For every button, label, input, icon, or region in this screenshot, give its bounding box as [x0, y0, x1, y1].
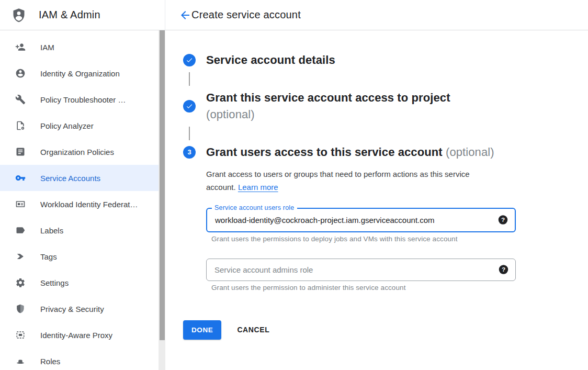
- sidebar-item-label: Roles: [40, 357, 60, 366]
- iam-shield-logo-icon: [11, 7, 27, 23]
- step-1-complete-icon: [183, 54, 196, 66]
- done-button[interactable]: DONE: [183, 320, 221, 340]
- sidebar-item-labels[interactable]: Labels: [0, 217, 165, 243]
- step-1-title: Service account details: [206, 52, 335, 69]
- sidebar-item-label: Identity-Aware Proxy: [40, 331, 112, 340]
- sidebar-item-label: Workload Identity Federat…: [40, 200, 138, 209]
- id-card-icon: [15, 199, 26, 209]
- sidebar-item-policy-analyzer[interactable]: Policy Analyzer: [0, 113, 165, 139]
- form-actions: DONE CANCEL: [183, 320, 588, 340]
- page-header: Create service account: [165, 0, 588, 30]
- step-connector: [189, 72, 190, 86]
- step-3-body: Grant access to users or groups that nee…: [206, 167, 588, 291]
- step-2-title-text: Grant this service account access to pro…: [206, 91, 450, 104]
- svg-text:?: ?: [502, 266, 505, 273]
- app-window: IAM & Admin IAM Identity & Organization: [0, 0, 588, 370]
- users-role-field[interactable]: Service account users role ?: [206, 208, 516, 232]
- wrench-icon: [15, 94, 26, 105]
- sidebar-item-label: Settings: [40, 278, 69, 287]
- sidebar-item-label: Policy Analyzer: [40, 121, 94, 130]
- step-2-title: Grant this service account access to pro…: [206, 89, 450, 123]
- sidebar-item-identity-organization[interactable]: Identity & Organization: [0, 60, 165, 86]
- sidebar-item-tags[interactable]: Tags: [0, 243, 165, 270]
- org-policies-icon: [15, 147, 26, 157]
- label-icon: [15, 225, 26, 236]
- app-title: IAM & Admin: [39, 9, 100, 21]
- sidebar-item-iam[interactable]: IAM: [0, 34, 165, 60]
- proxy-icon: [15, 330, 26, 340]
- step-3-row: 3 Grant users access to this service acc…: [183, 144, 588, 161]
- main-panel: Create service account Service account d…: [165, 0, 588, 370]
- help-icon[interactable]: ?: [498, 264, 509, 275]
- sidebar-scrollbar-thumb[interactable]: [160, 30, 165, 340]
- sidebar-item-label: Identity & Organization: [40, 69, 120, 78]
- sidebar-scrollbar-track[interactable]: [159, 30, 165, 370]
- account-circle-icon: [15, 68, 26, 79]
- users-role-helper-text: Grant users the permissions to deploy jo…: [211, 235, 516, 243]
- admins-role-helper-text: Grant users the permission to administer…: [211, 284, 516, 291]
- sidebar-header: IAM & Admin: [0, 0, 165, 30]
- step-1-row: Service account details: [183, 52, 588, 69]
- sidebar-item-label: Organization Policies: [40, 148, 114, 156]
- back-button[interactable]: [179, 9, 191, 21]
- learn-more-link[interactable]: Learn more: [238, 183, 278, 192]
- page-title: Create service account: [191, 9, 301, 21]
- sidebar-item-organization-policies[interactable]: Organization Policies: [0, 139, 165, 165]
- person-add-icon: [15, 42, 26, 52]
- service-account-key-icon: [15, 173, 26, 183]
- step-3-title: Grant users access to this service accou…: [206, 144, 494, 161]
- svg-text:?: ?: [501, 216, 505, 223]
- users-role-field-label: Service account users role: [212, 204, 297, 211]
- hat-icon: [15, 356, 26, 366]
- help-icon[interactable]: ?: [497, 215, 508, 226]
- step-3-number-badge: 3: [183, 146, 196, 159]
- sidebar-item-privacy-security[interactable]: Privacy & Security: [0, 296, 165, 322]
- sidebar-item-label: Labels: [40, 226, 63, 235]
- step-3-description: Grant access to users or groups that nee…: [206, 167, 486, 194]
- step-3-title-text: Grant users access to this service accou…: [206, 145, 443, 159]
- sidebar-item-policy-troubleshooter[interactable]: Policy Troubleshooter …: [0, 86, 165, 113]
- sidebar-item-label: Policy Troubleshooter …: [40, 95, 126, 104]
- admins-role-input[interactable]: [214, 265, 492, 274]
- step-connector: [189, 127, 190, 140]
- create-service-account-form: Service account details Grant this servi…: [165, 30, 588, 340]
- step-2-complete-icon: [183, 100, 196, 113]
- sidebar-item-workload-identity-federation[interactable]: Workload Identity Federat…: [0, 191, 165, 217]
- step-2-row: Grant this service account access to pro…: [183, 89, 588, 123]
- sidebar-item-roles[interactable]: Roles: [0, 348, 165, 370]
- policy-analyzer-icon: [15, 120, 26, 131]
- sidebar-item-label: Service Accounts: [40, 174, 100, 183]
- cancel-button[interactable]: CANCEL: [237, 326, 269, 334]
- sidebar-item-identity-aware-proxy[interactable]: Identity-Aware Proxy: [0, 322, 165, 348]
- gear-icon: [15, 277, 26, 288]
- tag-icon: [15, 251, 26, 262]
- step-3-optional-label: (optional): [446, 145, 494, 159]
- sidebar: IAM & Admin IAM Identity & Organization: [0, 0, 165, 370]
- sidebar-item-service-accounts[interactable]: Service Accounts: [0, 165, 165, 191]
- roles-form: Service account users role ? Grant users…: [206, 208, 516, 291]
- sidebar-item-settings[interactable]: Settings: [0, 270, 165, 296]
- admins-role-field[interactable]: ?: [206, 259, 516, 281]
- sidebar-item-label: Privacy & Security: [40, 305, 104, 313]
- shield-icon: [15, 304, 26, 314]
- sidebar-nav: IAM Identity & Organization Policy Troub…: [0, 30, 165, 370]
- back-arrow-icon: [179, 9, 191, 21]
- step-2-optional-label: (optional): [206, 106, 450, 123]
- users-role-input[interactable]: [215, 216, 492, 225]
- sidebar-item-label: Tags: [40, 252, 57, 261]
- sidebar-item-label: IAM: [40, 43, 54, 52]
